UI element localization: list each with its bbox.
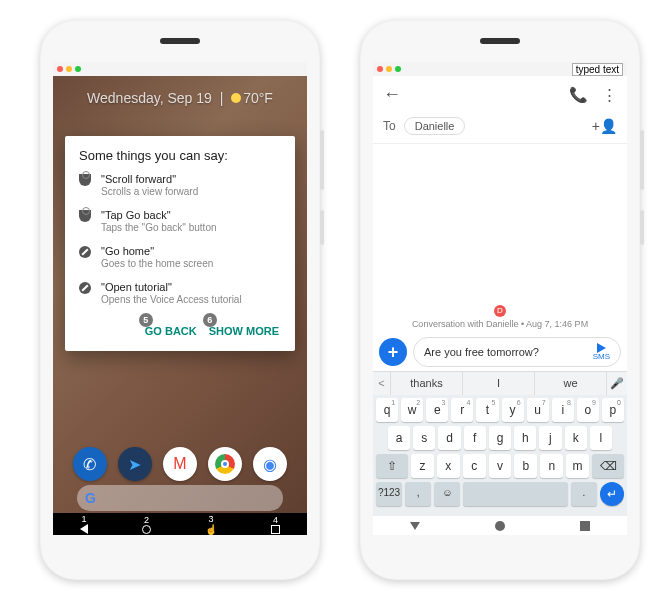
shift-key[interactable]: ⇧ (376, 454, 408, 478)
sun-icon (231, 93, 241, 103)
nav-bar (373, 515, 627, 535)
show-more-button[interactable]: 6 SHOW MORE (207, 321, 281, 341)
max-dot[interactable] (395, 66, 401, 72)
message-text: Are you free tomorrow? (424, 346, 539, 358)
mic-icon[interactable]: 🎤 (607, 372, 627, 395)
nav-recent[interactable]: 4 (271, 515, 280, 534)
key-k[interactable]: k (565, 426, 587, 450)
period-key[interactable]: . (571, 482, 597, 506)
app-header: ← 📞 ⋮ (373, 76, 627, 113)
voice-hint: "Go home" Goes to the home screen (79, 245, 281, 269)
suggestion-1[interactable]: thanks (391, 372, 463, 395)
key-u[interactable]: u7 (527, 398, 549, 422)
key-x[interactable]: x (437, 454, 460, 478)
hint-description: Scrolls a view forward (101, 186, 198, 197)
conversation-area[interactable]: D Conversation with Danielle • Aug 7, 1:… (373, 144, 627, 371)
card-title: Some things you can say: (79, 148, 281, 163)
key-i[interactable]: i8 (552, 398, 574, 422)
hint-command: "Open tutorial" (101, 281, 242, 293)
voice-hint: "Scroll forward" Scrolls a view forward (79, 173, 281, 197)
home-wallpaper: Wednesday, Sep 19 | 70°F Some things you… (53, 76, 307, 535)
key-c[interactable]: c (463, 454, 486, 478)
key-g[interactable]: g (489, 426, 511, 450)
search-bar[interactable]: G (77, 485, 283, 511)
key-l[interactable]: l (590, 426, 612, 450)
send-button[interactable]: SMS (593, 343, 610, 361)
weather-text: 70°F (243, 90, 273, 106)
key-s[interactable]: s (413, 426, 435, 450)
suggestion-2[interactable]: I (463, 372, 535, 395)
close-dot[interactable] (57, 66, 63, 72)
date-text: Wednesday, Sep 19 (87, 90, 212, 106)
suggestion-3[interactable]: we (535, 372, 607, 395)
emoji-key[interactable]: ☺ (434, 482, 460, 506)
recipient-chip[interactable]: Danielle (404, 117, 466, 135)
camera-app-icon[interactable]: ◉ (253, 447, 287, 481)
min-dot[interactable] (386, 66, 392, 72)
key-q[interactable]: q1 (376, 398, 398, 422)
key-m[interactable]: m (566, 454, 589, 478)
nav-home-icon[interactable] (495, 521, 505, 531)
key-o[interactable]: o9 (577, 398, 599, 422)
key-d[interactable]: d (438, 426, 460, 450)
screen-right: typed text ← 📞 ⋮ To Danielle +👤 D (373, 62, 627, 535)
volume-button (320, 130, 324, 190)
message-input[interactable]: Are you free tomorrow? SMS (413, 337, 621, 367)
key-z[interactable]: z (411, 454, 434, 478)
close-dot[interactable] (377, 66, 383, 72)
chrome-app-icon[interactable] (208, 447, 242, 481)
expand-suggestions-icon[interactable]: < (373, 372, 391, 395)
call-icon[interactable]: 📞 (569, 86, 588, 104)
attach-button[interactable]: + (379, 338, 407, 366)
window-label: typed text (572, 63, 623, 76)
add-person-icon[interactable]: +👤 (592, 118, 617, 134)
messages-app-icon[interactable]: ➤ (118, 447, 152, 481)
backspace-key[interactable]: ⌫ (592, 454, 624, 478)
google-logo: G (85, 490, 96, 506)
to-label: To (383, 119, 396, 133)
nav-back-icon[interactable] (410, 522, 420, 530)
phone-app-icon[interactable]: ✆ (73, 447, 107, 481)
voice-hint: "Tap Go back" Taps the "Go back" button (79, 209, 281, 233)
key-n[interactable]: n (540, 454, 563, 478)
gmail-app-icon[interactable]: M (163, 447, 197, 481)
space-key[interactable] (463, 482, 568, 506)
hint-command: "Tap Go back" (101, 209, 217, 221)
key-v[interactable]: v (489, 454, 512, 478)
key-t[interactable]: t5 (476, 398, 498, 422)
earpiece (480, 38, 520, 44)
comma-key[interactable]: , (405, 482, 431, 506)
screen-left: Wednesday, Sep 19 | 70°F Some things you… (53, 62, 307, 535)
nav-voice[interactable]: 3☝ (205, 514, 217, 535)
key-h[interactable]: h (514, 426, 536, 450)
enter-key[interactable]: ↵ (600, 482, 624, 506)
max-dot[interactable] (75, 66, 81, 72)
compass-icon (79, 282, 91, 294)
nav-recent-icon[interactable] (580, 521, 590, 531)
hint-command: "Go home" (101, 245, 213, 257)
key-w[interactable]: w2 (401, 398, 423, 422)
key-y[interactable]: y6 (502, 398, 524, 422)
recipient-row: To Danielle +👤 (373, 113, 627, 144)
key-a[interactable]: a (388, 426, 410, 450)
more-icon[interactable]: ⋮ (602, 86, 617, 104)
key-b[interactable]: b (514, 454, 537, 478)
voice-access-card: Some things you can say: "Scroll forward… (65, 136, 295, 351)
phone-frame-left: Wednesday, Sep 19 | 70°F Some things you… (40, 20, 320, 580)
phone-frame-right: typed text ← 📞 ⋮ To Danielle +👤 D (360, 20, 640, 580)
symbols-key[interactable]: ?123 (376, 482, 402, 506)
key-j[interactable]: j (539, 426, 561, 450)
key-e[interactable]: e3 (426, 398, 448, 422)
number-badge-5: 5 (139, 313, 153, 327)
key-r[interactable]: r4 (451, 398, 473, 422)
window-chrome (53, 62, 307, 77)
key-p[interactable]: p0 (602, 398, 624, 422)
nav-back[interactable]: 1 (80, 514, 88, 534)
conversation-meta: D Conversation with Danielle • Aug 7, 1:… (373, 305, 627, 329)
key-f[interactable]: f (464, 426, 486, 450)
back-arrow-icon[interactable]: ← (383, 84, 401, 105)
nav-home[interactable]: 2 (142, 515, 151, 534)
min-dot[interactable] (66, 66, 72, 72)
dock: ✆ ➤ M ◉ (53, 447, 307, 481)
go-back-button[interactable]: 5 GO BACK (143, 321, 199, 341)
